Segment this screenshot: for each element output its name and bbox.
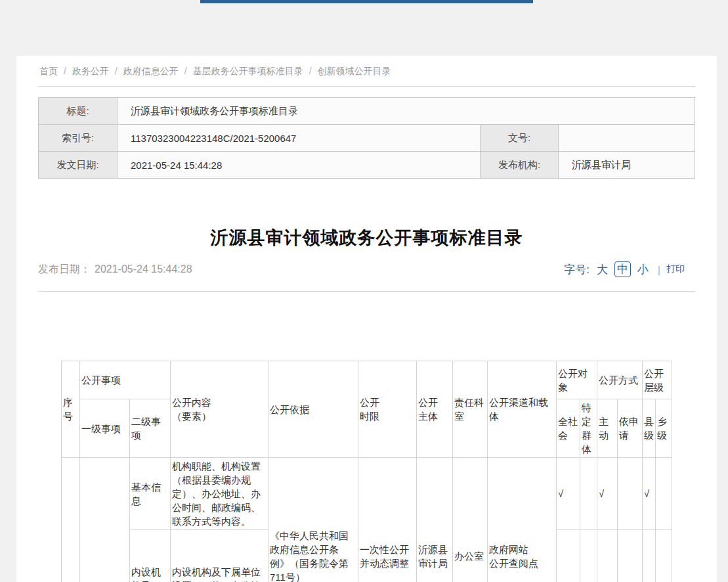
cell-gongkai-shixian: 一次性公开 并动态调整 xyxy=(358,458,417,582)
header-xianji: 县级 xyxy=(643,399,656,458)
meta-row-date: 发文日期: 2021-05-24 15:44:28 发布机构: 沂源县审计局 xyxy=(39,152,695,179)
cell-erji-shixiang: 基本信息 xyxy=(130,458,171,530)
meta-date-value: 2021-05-24 15:44:28 xyxy=(118,152,481,179)
cell-yiji-shixiang xyxy=(80,458,130,582)
font-size-controls: 字号: 大 中 小 | 打印 xyxy=(564,261,685,277)
meta-row-index: 索引号: 11370323004223148C/2021-5200647 文号: xyxy=(39,125,695,152)
meta-title-label: 标题: xyxy=(39,98,118,125)
header-xiangji: 乡级 xyxy=(656,399,672,458)
cell-gongkai-neirong: 内设机构及下属单位设置、职能、办公地址、办公时间、联系方式、负责人姓名等 xyxy=(171,530,268,582)
page-title: 沂源县审计领域政务公开事项标准目录 xyxy=(38,225,695,251)
breadcrumb-separator: / xyxy=(309,66,312,76)
font-size-small-button[interactable]: 小 xyxy=(637,262,649,277)
header-yishenqing: 依申请 xyxy=(618,399,643,458)
font-size-medium-button[interactable]: 中 xyxy=(614,261,631,277)
meta-org-value: 沂源县审计局 xyxy=(559,152,695,179)
check-xianji: √ xyxy=(643,458,656,530)
cell-zeren-keshi: 办公室 xyxy=(453,458,488,582)
catalog-table: 序号 公开事项 公开内容 （要素） 公开依据 公开 时限 公开 主体 责任科室 … xyxy=(61,361,672,582)
breadcrumb-link-xinxigongkai[interactable]: 政府信息公开 xyxy=(123,66,179,76)
table-row: 基本信息 机构职能、机构设置（根据县委编办规定）、办公地址、办公时间、邮政编码、… xyxy=(62,458,672,530)
cell-erji-shixiang: 内设机构及下属事业单位 xyxy=(130,530,171,582)
header-gongkai-duixiang: 公开对象 xyxy=(557,361,597,399)
header-zeren-keshi: 责任科室 xyxy=(453,361,488,458)
breadcrumb-link-home[interactable]: 首页 xyxy=(39,66,58,76)
top-nav-bar-fragment xyxy=(200,0,533,3)
catalog-header-row-1: 序号 公开事项 公开内容 （要素） 公开依据 公开 时限 公开 主体 责任科室 … xyxy=(62,361,672,399)
check-xianji: √ xyxy=(643,530,656,582)
breadcrumb: 首页/政务公开/政府信息公开/基层政务公开事项标准目录/创新领域公开目录 xyxy=(38,56,695,87)
breadcrumb-separator: / xyxy=(184,66,187,76)
header-gongkai-cengji: 公开层级 xyxy=(643,361,672,399)
meta-index-value: 11370323004223148C/2021-5200647 xyxy=(118,125,481,152)
header-xuhao: 序号 xyxy=(62,361,80,458)
cell-gongkai-neirong: 机构职能、机构设置（根据县委编办规定）、办公地址、办公时间、邮政编码、联系方式等… xyxy=(171,458,268,530)
content-divider xyxy=(38,291,695,292)
publish-date-value: 2021-05-24 15:44:28 xyxy=(95,263,192,275)
header-yiji-shixiang: 一级事项 xyxy=(80,399,130,458)
meta-org-label: 发布机构: xyxy=(481,152,559,179)
controls-separator: | xyxy=(658,264,660,275)
cell-qudao-zaiti: 政府网站 公开查阅点 xyxy=(488,458,557,582)
breadcrumb-separator: / xyxy=(115,66,118,76)
check-yishenqing xyxy=(618,458,643,530)
document-meta-table: 标题: 沂源县审计领域政务公开事项标准目录 索引号: 1137032300422… xyxy=(38,97,695,179)
header-qudao-zaiti: 公开渠道和载体 xyxy=(488,361,557,458)
print-button[interactable]: 打印 xyxy=(666,263,685,275)
header-teding-qunti: 特定群体 xyxy=(580,399,597,458)
breadcrumb-link-zhengwugongkai[interactable]: 政务公开 xyxy=(72,66,109,76)
font-size-large-button[interactable]: 大 xyxy=(597,262,608,277)
header-quanshehui: 全社会 xyxy=(557,399,580,458)
header-gongkai-neirong: 公开内容 （要素） xyxy=(171,361,268,458)
header-gongkai-shixian: 公开 时限 xyxy=(358,361,417,458)
check-xiangji xyxy=(656,458,672,530)
publish-row: 发布日期：2021-05-24 15:44:28 字号: 大 中 小 | 打印 xyxy=(38,261,695,277)
meta-index-label: 索引号: xyxy=(39,125,118,152)
header-zhudong: 主动 xyxy=(597,399,618,458)
breadcrumb-separator: / xyxy=(64,66,66,76)
check-teding xyxy=(580,530,597,582)
meta-docno-label: 文号: xyxy=(481,125,559,152)
breadcrumb-link-biaozhun-mulu[interactable]: 基层政务公开事项标准目录 xyxy=(193,66,303,76)
content-card: 首页/政务公开/政府信息公开/基层政务公开事项标准目录/创新领域公开目录 标题:… xyxy=(16,56,717,582)
check-zhudong: √ xyxy=(597,458,618,530)
check-xiangji xyxy=(656,530,672,582)
check-quanshehui: √ xyxy=(557,530,580,582)
check-teding xyxy=(580,458,597,530)
header-gongkai-yiju: 公开依据 xyxy=(268,361,358,458)
meta-row-title: 标题: 沂源县审计领域政务公开事项标准目录 xyxy=(39,98,695,125)
cell-gongkai-yiju: 《中华人民共和国政府信息公开条例》（国务院令第711号） xyxy=(268,458,358,582)
check-quanshehui: √ xyxy=(557,458,580,530)
header-gongkai-fangshi: 公开方式 xyxy=(597,361,643,399)
meta-title-value: 沂源县审计领域政务公开事项标准目录 xyxy=(118,98,695,125)
cell-gongkai-zhuti: 沂源县审计局 xyxy=(417,458,453,582)
check-zhudong: √ xyxy=(597,530,618,582)
header-gongkai-shixiang: 公开事项 xyxy=(80,361,171,399)
meta-docno-value xyxy=(559,125,695,152)
header-erji-shixiang: 二级事项 xyxy=(130,399,171,458)
publish-date: 发布日期：2021-05-24 15:44:28 xyxy=(38,263,192,277)
publish-date-label: 发布日期： xyxy=(38,263,91,275)
meta-date-label: 发文日期: xyxy=(39,152,118,179)
cell-xuhao xyxy=(62,458,80,582)
font-size-label: 字号: xyxy=(564,262,589,277)
check-yishenqing xyxy=(618,530,643,582)
header-gongkai-zhuti: 公开 主体 xyxy=(417,361,453,458)
breadcrumb-link-chuangxin-mulu[interactable]: 创新领域公开目录 xyxy=(318,66,391,76)
